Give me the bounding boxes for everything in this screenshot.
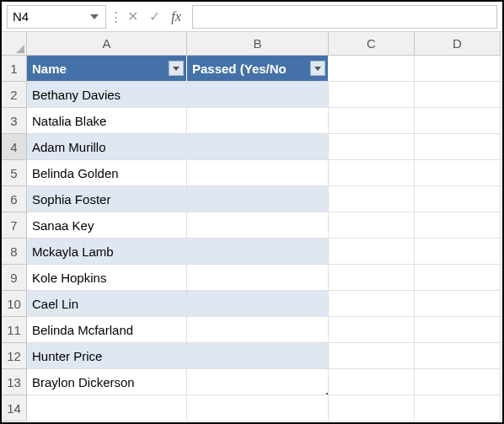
- cell[interactable]: [187, 343, 329, 369]
- filter-button[interactable]: [169, 61, 184, 76]
- row-header[interactable]: 3: [2, 108, 27, 134]
- cell[interactable]: [187, 212, 329, 239]
- row-header[interactable]: 14: [2, 395, 27, 421]
- name-box-dropdown-icon[interactable]: [87, 9, 102, 24]
- cell[interactable]: [415, 343, 501, 369]
- cell[interactable]: [187, 291, 329, 317]
- spreadsheet-grid: 1 2 3 4 5 6 7 8 9 10 11 12 13 14 A B C D…: [2, 32, 502, 422]
- row-header[interactable]: 6: [2, 186, 27, 212]
- cell[interactable]: Belinda Golden: [27, 160, 187, 186]
- cell[interactable]: [329, 82, 415, 108]
- cell[interactable]: [187, 369, 329, 395]
- cell[interactable]: [329, 160, 415, 186]
- row-header[interactable]: 5: [2, 160, 27, 186]
- cell[interactable]: [187, 317, 329, 343]
- cell[interactable]: [329, 239, 415, 265]
- col-header[interactable]: C: [329, 32, 415, 56]
- cell[interactable]: [415, 108, 501, 134]
- col-header[interactable]: B: [187, 32, 329, 56]
- formula-input[interactable]: [192, 5, 497, 29]
- cell[interactable]: Mckayla Lamb: [27, 239, 187, 265]
- cell[interactable]: [187, 265, 329, 291]
- cell[interactable]: [187, 186, 329, 212]
- cell[interactable]: [415, 160, 501, 186]
- cell[interactable]: Bethany Davies: [27, 82, 187, 108]
- table-header-name[interactable]: Name: [27, 56, 187, 82]
- cell[interactable]: Belinda Mcfarland: [27, 317, 187, 343]
- cell[interactable]: [329, 369, 415, 395]
- cell[interactable]: Sophia Foster: [27, 186, 187, 212]
- svg-marker-0: [90, 14, 99, 19]
- cell[interactable]: [329, 56, 415, 82]
- table-header-passed[interactable]: Passed (Yes/No: [187, 56, 329, 82]
- name-box[interactable]: N4: [7, 5, 106, 29]
- row-header[interactable]: 9: [2, 265, 27, 291]
- cell[interactable]: [329, 291, 415, 317]
- enter-icon[interactable]: ✓: [143, 6, 165, 28]
- cell[interactable]: [415, 369, 501, 395]
- row-header[interactable]: 12: [2, 343, 27, 369]
- fx-icon[interactable]: fx: [165, 6, 187, 28]
- cell[interactable]: [415, 317, 501, 343]
- cell[interactable]: [329, 343, 415, 369]
- row-header[interactable]: 2: [2, 82, 27, 108]
- row-header[interactable]: 7: [2, 212, 27, 239]
- cell[interactable]: [415, 212, 501, 239]
- cell[interactable]: Braylon Dickerson: [27, 369, 187, 395]
- cell[interactable]: [415, 82, 501, 108]
- row-header[interactable]: 1: [2, 56, 27, 82]
- cell[interactable]: Adam Murillo: [27, 134, 187, 160]
- cell[interactable]: [415, 239, 501, 265]
- cell[interactable]: [187, 134, 329, 160]
- cell[interactable]: [415, 56, 501, 82]
- cell[interactable]: [187, 395, 329, 421]
- cell[interactable]: [415, 265, 501, 291]
- cell[interactable]: [415, 186, 501, 212]
- cell[interactable]: Natalia Blake: [27, 108, 187, 134]
- cell[interactable]: [187, 160, 329, 186]
- col-header[interactable]: D: [415, 32, 501, 56]
- row-header[interactable]: 11: [2, 317, 27, 343]
- row-header[interactable]: 8: [2, 239, 27, 265]
- svg-marker-1: [173, 67, 180, 71]
- separator-icon: ⋮: [110, 9, 118, 24]
- row-header[interactable]: 4: [2, 134, 27, 160]
- cell[interactable]: [415, 395, 501, 421]
- cell[interactable]: [329, 317, 415, 343]
- cell[interactable]: [329, 186, 415, 212]
- filter-button[interactable]: [310, 61, 325, 76]
- cell[interactable]: [415, 134, 501, 160]
- svg-marker-2: [314, 67, 321, 71]
- cancel-icon[interactable]: ✕: [121, 6, 143, 28]
- cell[interactable]: Cael Lin: [27, 291, 187, 317]
- row-header[interactable]: 10: [2, 291, 27, 317]
- cell[interactable]: [27, 395, 187, 421]
- name-box-value: N4: [13, 9, 29, 24]
- cell[interactable]: [187, 239, 329, 265]
- cell[interactable]: Kole Hopkins: [27, 265, 187, 291]
- cell[interactable]: [329, 395, 415, 421]
- cell[interactable]: [187, 82, 329, 108]
- cell[interactable]: Hunter Price: [27, 343, 187, 369]
- cell[interactable]: [329, 265, 415, 291]
- cell[interactable]: [329, 134, 415, 160]
- col-header[interactable]: A: [27, 32, 187, 56]
- formula-bar: N4 ⋮ ✕ ✓ fx: [2, 2, 502, 32]
- cell[interactable]: [415, 291, 501, 317]
- select-all-corner[interactable]: [2, 32, 27, 56]
- row-header[interactable]: 13: [2, 369, 27, 395]
- cell[interactable]: [329, 108, 415, 134]
- cell[interactable]: [187, 108, 329, 134]
- cell[interactable]: [329, 212, 415, 239]
- cell[interactable]: Sanaa Key: [27, 212, 187, 239]
